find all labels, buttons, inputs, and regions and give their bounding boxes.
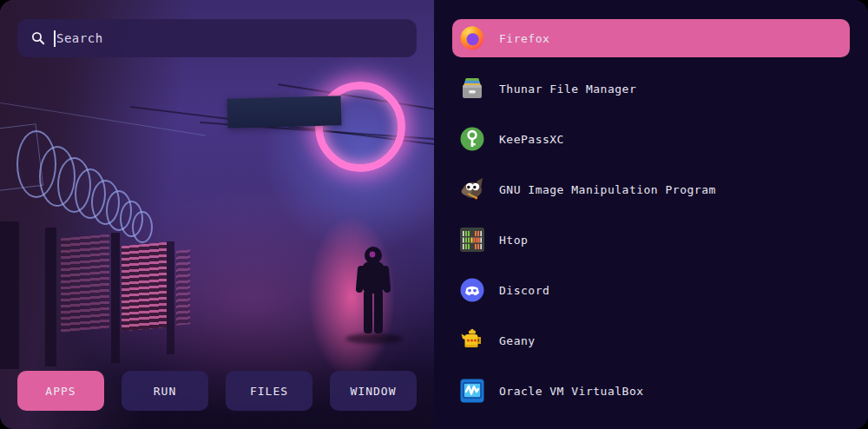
- app-label: Firefox: [499, 32, 549, 45]
- launcher-window: Search APPS RUN FILES WINDOW Firefox: [0, 0, 868, 429]
- wall-post: [167, 241, 174, 354]
- app-row-gimp[interactable]: GNU Image Manipulation Program: [452, 170, 850, 208]
- search-icon: [31, 31, 45, 45]
- wall-post: [0, 221, 19, 369]
- astronaut-silhouette: [354, 243, 392, 340]
- shutter-door: [61, 234, 109, 333]
- app-row-firefox[interactable]: Firefox: [452, 19, 850, 57]
- tab-apps[interactable]: APPS: [17, 371, 104, 411]
- wallpaper-scene: Search APPS RUN FILES WINDOW: [0, 0, 434, 429]
- app-row-geany[interactable]: Geany: [452, 321, 850, 360]
- firefox-icon: [459, 25, 485, 51]
- app-label: Htop: [499, 234, 528, 247]
- app-row-virtualbox[interactable]: Oracle VM VirtualBox: [452, 372, 850, 410]
- mode-tabs: APPS RUN FILES WINDOW: [17, 371, 417, 411]
- app-row-thunar[interactable]: Thunar File Manager: [452, 69, 850, 108]
- app-row-keepassxc[interactable]: KeePassXC: [452, 120, 850, 158]
- app-label: GNU Image Manipulation Program: [499, 183, 716, 196]
- keepassxc-icon: [459, 126, 485, 152]
- gimp-icon: [459, 176, 485, 202]
- app-label: Discord: [499, 284, 549, 297]
- app-label: KeePassXC: [499, 133, 564, 146]
- search-input[interactable]: Search: [17, 19, 417, 57]
- htop-icon: [459, 227, 485, 253]
- geany-icon: [459, 327, 485, 353]
- tab-run[interactable]: RUN: [122, 371, 208, 411]
- discord-icon: [459, 277, 485, 303]
- app-row-htop[interactable]: Htop: [452, 221, 850, 259]
- neon-ring: [315, 82, 405, 172]
- virtualbox-icon: [459, 378, 485, 404]
- wall-post: [111, 233, 120, 363]
- thunar-icon: [459, 76, 485, 102]
- app-row-discord[interactable]: Discord: [452, 271, 850, 309]
- app-label: Geany: [499, 334, 536, 347]
- tab-window[interactable]: WINDOW: [330, 371, 417, 411]
- neon-hoop: [132, 211, 153, 243]
- wall-post: [45, 228, 56, 366]
- tab-files[interactable]: FILES: [226, 371, 312, 411]
- text-caret: [54, 30, 56, 47]
- shutter-door: [122, 242, 167, 332]
- app-list: Firefox Thunar File Manager KeePassXC: [434, 0, 868, 429]
- shutter-door: [176, 249, 190, 325]
- app-label: Thunar File Manager: [499, 82, 636, 96]
- app-label: Oracle VM VirtualBox: [499, 385, 644, 398]
- search-placeholder: Search: [56, 31, 103, 45]
- sign-board: [227, 96, 342, 128]
